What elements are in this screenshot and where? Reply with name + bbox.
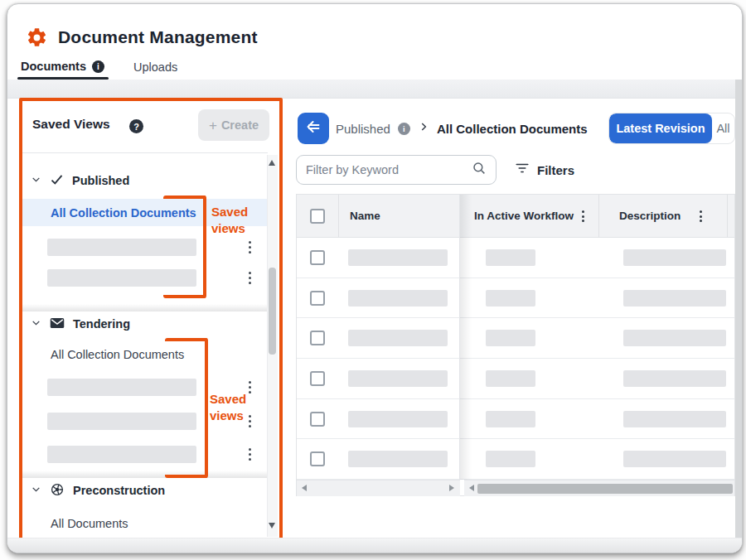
name-placeholder — [348, 249, 448, 266]
table-row — [297, 278, 734, 319]
keyword-filter-input[interactable] — [306, 163, 472, 176]
select-all-checkbox[interactable] — [310, 209, 325, 224]
toggle-latest-revision[interactable]: Latest Revision — [609, 113, 712, 143]
table-header: Name In Active Workflow Description — [297, 195, 734, 238]
annotation-sidebar-outline — [19, 98, 283, 541]
document-management-gear-icon — [26, 27, 48, 49]
filter-icon — [515, 162, 530, 177]
workflow-placeholder — [486, 370, 535, 387]
row-checkbox[interactable] — [310, 250, 325, 265]
table-row — [297, 399, 734, 440]
column-menu-icon[interactable] — [696, 210, 705, 223]
name-placeholder — [348, 411, 448, 427]
frozen-pane-hscrollbar[interactable] — [297, 480, 460, 496]
table-row — [297, 439, 734, 480]
annotation-label: Saved views — [210, 391, 263, 424]
scroll-left-arrow[interactable] — [469, 485, 474, 491]
window-footer-strip — [7, 538, 743, 553]
row-checkbox[interactable] — [310, 291, 325, 306]
name-placeholder — [348, 290, 448, 307]
column-header-name[interactable]: Name — [350, 195, 380, 238]
column-divider — [598, 195, 599, 238]
column-menu-icon[interactable] — [579, 210, 587, 223]
name-placeholder — [348, 370, 448, 387]
filters-label: Filters — [537, 163, 574, 177]
screenshot-stage: Document Management Documents i Uploads … — [0, 0, 746, 560]
column-header-description[interactable]: Description — [619, 195, 681, 238]
search-icon[interactable] — [472, 161, 487, 179]
workflow-placeholder — [486, 411, 535, 427]
revision-toggle: Latest Revision All — [608, 113, 735, 144]
workflow-placeholder — [486, 451, 535, 467]
name-placeholder — [348, 451, 448, 467]
description-placeholder — [623, 290, 726, 307]
chevron-right-icon — [418, 121, 429, 136]
table-row — [297, 318, 734, 359]
info-icon: i — [92, 60, 104, 73]
page-scrollbar[interactable] — [735, 80, 743, 538]
breadcrumb: Published i All Collection Documents — [336, 113, 588, 144]
name-placeholder — [348, 330, 448, 346]
info-icon[interactable]: i — [398, 123, 410, 135]
tab-uploads-label: Uploads — [133, 60, 177, 74]
breadcrumb-parent[interactable]: Published — [336, 122, 390, 136]
app-window: Document Management Documents i Uploads … — [7, 3, 743, 553]
page-title: Document Management — [58, 27, 258, 47]
row-checkbox[interactable] — [310, 451, 325, 466]
workflow-placeholder — [486, 290, 535, 307]
description-placeholder — [623, 249, 726, 266]
keyword-filter-field — [296, 155, 497, 185]
description-placeholder — [623, 370, 726, 387]
breadcrumb-current: All Collection Documents — [437, 122, 588, 136]
filters-button[interactable]: Filters — [515, 155, 574, 185]
table-row — [297, 238, 734, 278]
scroll-left-arrow[interactable] — [302, 485, 307, 491]
column-divider — [338, 195, 339, 238]
table-body — [297, 238, 734, 480]
hscrollbar-thumb[interactable] — [477, 484, 733, 494]
scroll-right-arrow[interactable] — [449, 485, 454, 491]
tab-documents[interactable]: Documents i — [21, 60, 104, 73]
column-header-workflow[interactable]: In Active Workflow — [474, 195, 574, 238]
collapse-arrow-icon — [304, 118, 322, 139]
header-divider-band — [7, 80, 743, 99]
documents-table: Name In Active Workflow Description — [296, 194, 735, 496]
description-placeholder — [623, 451, 726, 467]
table-row — [297, 359, 734, 399]
collapse-panel-button[interactable] — [298, 113, 329, 144]
row-checkbox[interactable] — [310, 371, 325, 386]
description-placeholder — [623, 330, 726, 346]
frozen-column-shadow — [460, 195, 472, 480]
workflow-placeholder — [486, 249, 535, 266]
tab-uploads[interactable]: Uploads — [133, 60, 177, 74]
tab-documents-label: Documents — [21, 60, 86, 73]
table-hscrollbar[interactable] — [464, 480, 734, 496]
row-checkbox[interactable] — [310, 412, 325, 427]
annotation-bracket — [165, 338, 208, 478]
annotation-label: Saved views — [211, 204, 264, 237]
workflow-placeholder — [486, 330, 535, 346]
row-checkbox[interactable] — [310, 331, 325, 345]
description-placeholder — [623, 411, 726, 427]
column-divider — [727, 195, 728, 238]
toggle-all-revisions[interactable]: All — [712, 113, 734, 143]
annotation-bracket — [163, 196, 206, 298]
